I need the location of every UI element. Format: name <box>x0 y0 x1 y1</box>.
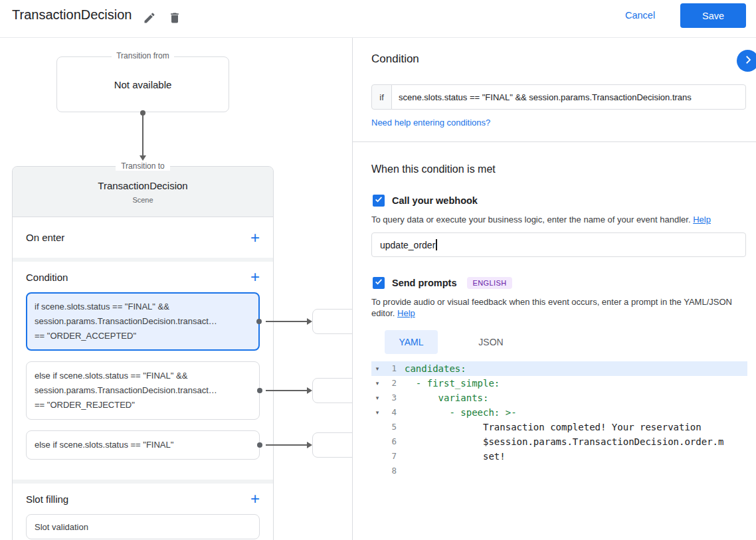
editor-line[interactable]: ▾ 2 - first_simple: <box>371 376 747 391</box>
line-number: 6 <box>383 434 401 449</box>
slot-filling-section: Slot filling + Slot validation <box>13 484 273 540</box>
condition-expression-value: scene.slots.status == "FINAL" && session… <box>399 92 692 102</box>
slot-validation-card[interactable]: Slot validation <box>26 514 260 539</box>
arrowhead-icon <box>140 155 146 161</box>
transition-target-stub[interactable] <box>312 432 353 458</box>
chevron-right-icon <box>742 54 754 68</box>
arrowhead-icon <box>307 318 312 325</box>
page-title: TransactionDecision <box>12 7 132 23</box>
app-header: TransactionDecision Cancel Save <box>0 0 756 38</box>
condition-section: Condition + if scene.slots.status == "FI… <box>13 262 273 480</box>
slot-filling-label: Slot filling <box>26 494 68 505</box>
delete-scene-button[interactable] <box>165 9 185 29</box>
condition-card[interactable]: if scene.slots.status == "FINAL" && sess… <box>26 292 260 351</box>
if-label: if <box>371 84 392 110</box>
editor-line[interactable]: 7 set! <box>371 449 747 464</box>
condition-section-label: Condition <box>26 272 68 283</box>
cancel-button[interactable]: Cancel <box>625 10 655 21</box>
edit-title-button[interactable] <box>140 9 159 29</box>
scene-type: Scene <box>132 196 153 204</box>
code-text: set! <box>401 449 747 464</box>
line-number: 7 <box>383 449 401 464</box>
event-handler-input[interactable]: update_order <box>371 232 746 257</box>
checkmark-icon <box>374 195 383 207</box>
condition-card[interactable]: else if scene.slots.status == "FINAL" <box>26 430 260 460</box>
add-condition-button[interactable]: + <box>250 269 260 285</box>
language-badge: ENGLISH <box>467 277 512 289</box>
fold-arrow-icon[interactable]: ▾ <box>371 361 383 376</box>
line-number: 3 <box>383 391 401 405</box>
divider <box>353 141 756 142</box>
add-on-enter-button[interactable]: + <box>250 230 260 246</box>
scene-name: TransactionDecision <box>98 180 187 191</box>
transition-target-stub[interactable] <box>312 309 353 334</box>
editor-line[interactable]: 6 $session.params.TransactionDecision.or… <box>371 434 747 449</box>
editor-line[interactable]: ▾ 1 candidates: <box>371 361 747 376</box>
trash-icon <box>168 11 181 27</box>
webhook-description: To query data or execute your business l… <box>371 214 743 225</box>
prompts-description: To provide audio or visual feedback when… <box>371 296 743 319</box>
slot-validation-label: Slot validation <box>35 522 88 532</box>
editor-line[interactable]: ▾ 3 variants: <box>371 391 747 405</box>
editor-line[interactable]: 8 <box>371 464 747 478</box>
editor-tabs: YAML JSON <box>385 330 518 354</box>
transition-arrow <box>140 110 146 161</box>
transition-to-label: Transition to <box>12 161 274 171</box>
condition-card[interactable]: else if scene.slots.status == "FINAL" &&… <box>26 361 260 420</box>
transition-from-node[interactable]: Transition from Not available <box>56 56 229 112</box>
condition-detail-panel: Condition if scene.slots.status == "FINA… <box>352 38 756 540</box>
fold-arrow-icon <box>371 434 383 449</box>
event-handler-value: update_order <box>380 240 435 250</box>
transition-from-label: Transition from <box>57 51 229 60</box>
code-text: variants: <box>401 391 747 405</box>
condition-text: else if scene.slots.status == "FINAL" <box>35 438 251 452</box>
fold-arrow-icon[interactable]: ▾ <box>371 391 383 405</box>
tab-yaml[interactable]: YAML <box>385 330 438 354</box>
webhook-label: Call your webhook <box>392 195 478 206</box>
code-text: Transaction completed! Your reservation <box>401 420 747 434</box>
editor-line[interactable]: ▾ 4 - speech: >- <box>371 405 747 420</box>
fold-arrow-icon[interactable]: ▾ <box>371 405 383 420</box>
line-number: 8 <box>383 464 401 478</box>
add-slot-button[interactable]: + <box>250 491 260 507</box>
prompts-label: Send prompts <box>392 278 456 288</box>
text-cursor <box>436 239 437 250</box>
save-button[interactable]: Save <box>680 3 746 28</box>
fold-arrow-icon <box>371 449 383 464</box>
transition-from-value: Not available <box>114 79 172 90</box>
prompts-help-link[interactable]: Help <box>397 308 415 318</box>
connector-dot <box>256 319 262 324</box>
webhook-row: Call your webhook <box>373 195 478 207</box>
on-enter-label: On enter <box>26 232 64 243</box>
condition-connector <box>266 318 312 325</box>
fold-arrow-icon[interactable]: ▾ <box>371 376 383 391</box>
code-text: $session.params.TransactionDecision.orde… <box>401 434 747 449</box>
condition-help: Need help entering conditions? <box>371 118 490 128</box>
checkmark-icon <box>374 277 383 289</box>
condition-text: if scene.slots.status == "FINAL" && sess… <box>35 300 251 343</box>
panel-title: Condition <box>371 52 419 66</box>
condition-connector <box>266 387 312 394</box>
fold-arrow-icon <box>371 420 383 434</box>
prompts-checkbox[interactable] <box>373 277 385 289</box>
yaml-editor[interactable]: ▾ 1 candidates: ▾ 2 - first_simple: ▾ 3 … <box>371 361 747 540</box>
code-text: - speech: >- <box>401 405 747 420</box>
line-number: 2 <box>383 376 401 391</box>
condition-expression-input[interactable]: scene.slots.status == "FINAL" && session… <box>391 84 746 110</box>
webhook-help-link[interactable]: Help <box>693 215 711 225</box>
scene-card-header[interactable]: TransactionDecision Scene <box>13 167 273 217</box>
condition-connector <box>266 442 312 448</box>
condition-help-link[interactable]: Need help entering conditions? <box>371 118 490 128</box>
line-number: 5 <box>383 420 401 434</box>
code-text: - first_simple: <box>401 376 747 391</box>
code-text: candidates: <box>401 361 747 376</box>
line-number: 1 <box>383 361 401 376</box>
editor-line[interactable]: 5 Transaction completed! Your reservatio… <box>371 420 747 434</box>
arrowhead-icon <box>307 442 312 448</box>
transition-target-stub[interactable] <box>312 378 353 403</box>
on-enter-section: On enter + <box>13 217 273 258</box>
collapse-panel-button[interactable] <box>737 50 756 72</box>
webhook-checkbox[interactable] <box>373 195 385 207</box>
tab-json[interactable]: JSON <box>464 330 518 354</box>
when-met-heading: When this condition is met <box>371 163 496 175</box>
